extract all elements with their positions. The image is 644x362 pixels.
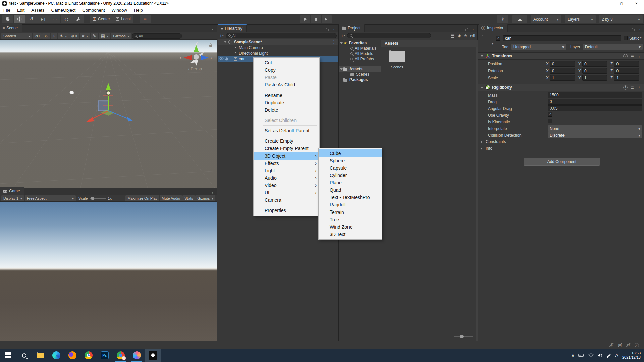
- pivot-toggle-button[interactable]: Center: [90, 15, 113, 23]
- context-menu-item[interactable]: Audio: [254, 174, 319, 182]
- use-gravity-checkbox[interactable]: [548, 112, 552, 117]
- search-by-type-icon[interactable]: ▤: [451, 33, 455, 38]
- custom-tool-icon[interactable]: [72, 15, 84, 23]
- scene-search-input[interactable]: All: [132, 33, 182, 39]
- move-tool-icon[interactable]: [14, 15, 25, 23]
- submenu-item[interactable]: Text - TextMeshPro: [319, 194, 382, 201]
- tab-scene[interactable]: ⌗ Scene: [0, 24, 22, 32]
- scene-menu-kebab-icon[interactable]: [210, 27, 215, 32]
- rect-tool-icon[interactable]: ▭: [49, 15, 60, 23]
- submenu-item[interactable]: Ragdoll...: [319, 201, 382, 208]
- axis-value-field[interactable]: 0: [614, 61, 639, 67]
- hidden-packages-icon[interactable]: ⌀9: [470, 33, 475, 38]
- auto-refresh-disabled-icon[interactable]: ↻: [625, 342, 631, 348]
- mass-field[interactable]: 1500: [548, 92, 642, 98]
- chrome-profile-icon[interactable]: [113, 349, 129, 362]
- progress-activity-icon[interactable]: ✳: [497, 15, 508, 23]
- name-field[interactable]: car: [503, 35, 621, 41]
- menu-item[interactable]: GameObject: [48, 7, 79, 14]
- asset-folder-item[interactable]: Scenes: [386, 51, 408, 69]
- rotate-tool-icon[interactable]: ↺: [25, 15, 37, 23]
- project-breadcrumb[interactable]: Assets: [381, 40, 478, 47]
- is-kinematic-checkbox[interactable]: [548, 119, 552, 123]
- project-tree-item[interactable]: Favorites: [339, 40, 381, 46]
- file-explorer-icon[interactable]: [32, 349, 48, 362]
- project-tree-item[interactable]: Assets: [339, 66, 381, 72]
- shading-dropdown[interactable]: Shaded: [1, 33, 32, 39]
- scene-lighting-icon[interactable]: ☼: [42, 33, 50, 39]
- menu-item[interactable]: Edit: [14, 7, 28, 14]
- transform-tool-icon[interactable]: ◎: [61, 15, 72, 23]
- stats-button[interactable]: Stats: [182, 195, 195, 201]
- game-gizmos-dropdown[interactable]: Gizmos: [195, 195, 215, 201]
- context-menu-item[interactable]: Select Children: [254, 117, 319, 124]
- submenu-item[interactable]: Plane: [319, 179, 382, 186]
- visibility-eye-icon[interactable]: [219, 57, 224, 60]
- lock-icon[interactable]: [465, 27, 468, 31]
- start-button[interactable]: [0, 349, 16, 362]
- foldout-arrow-icon[interactable]: [481, 87, 483, 88]
- hierarchy-menu-kebab-icon[interactable]: [332, 27, 336, 32]
- scene-grid-visibility-icon[interactable]: #: [80, 33, 90, 39]
- submenu-item[interactable]: Sphere: [319, 157, 382, 164]
- component-kebab-icon[interactable]: [637, 54, 641, 59]
- axis-value-field[interactable]: 0: [582, 61, 607, 67]
- drag-field[interactable]: 0: [548, 99, 642, 105]
- context-menu-item[interactable]: Camera: [254, 196, 319, 204]
- pause-button[interactable]: [311, 15, 321, 23]
- firefox-icon[interactable]: [64, 349, 80, 362]
- rigidbody-header[interactable]: Rigidbody: [478, 84, 644, 91]
- create-object-button[interactable]: +▾: [219, 34, 224, 38]
- constraints-label[interactable]: Constraints: [486, 139, 506, 144]
- step-button[interactable]: [322, 15, 332, 23]
- favorites-filter-icon[interactable]: ★: [464, 33, 468, 38]
- wifi-icon[interactable]: [588, 353, 594, 357]
- layers-dropdown[interactable]: Layers: [565, 15, 596, 23]
- foldout-arrow-icon[interactable]: [481, 55, 483, 57]
- tray-chevron-icon[interactable]: ∧: [571, 353, 574, 358]
- context-menu-item[interactable]: Create Empty: [254, 137, 319, 145]
- perspective-label[interactable]: Persp: [188, 66, 202, 71]
- foldout-arrow-icon[interactable]: [340, 42, 343, 44]
- submenu-item[interactable]: Terrain: [319, 208, 382, 216]
- grid-snap-icon[interactable]: ⌗: [140, 15, 151, 23]
- create-asset-button[interactable]: +▾: [341, 34, 345, 38]
- menu-item[interactable]: Component: [79, 7, 108, 14]
- pickability-hand-icon[interactable]: [225, 57, 228, 61]
- pen-icon[interactable]: [606, 353, 611, 358]
- foldout-arrow-icon[interactable]: [340, 68, 343, 70]
- maximize-button[interactable]: [614, 0, 629, 7]
- lock-icon[interactable]: [326, 27, 329, 31]
- thumbnail-size-slider[interactable]: [454, 335, 473, 339]
- account-dropdown[interactable]: Account: [531, 15, 561, 23]
- submenu-item[interactable]: Tree: [319, 216, 382, 223]
- photoshop-icon[interactable]: Ps: [97, 349, 113, 362]
- axis-value-field[interactable]: 0: [582, 68, 607, 74]
- submenu-item[interactable]: Cylinder: [319, 172, 382, 179]
- foldout-arrow-icon[interactable]: [224, 41, 227, 43]
- project-tree-item[interactable]: Packages: [339, 77, 381, 82]
- aspect-dropdown[interactable]: Free Aspect: [25, 195, 76, 201]
- speaker-icon[interactable]: [598, 353, 602, 357]
- context-menu-item[interactable]: Duplicate: [254, 99, 319, 106]
- maximize-on-play-button[interactable]: Maximize On Play: [125, 195, 159, 201]
- display-dropdown[interactable]: Display 1: [1, 195, 24, 201]
- context-menu-item[interactable]: Create Empty Parent: [254, 145, 319, 152]
- gameobject-icon[interactable]: ▾: [482, 35, 491, 44]
- context-menu-item[interactable]: Copy: [254, 66, 319, 74]
- help-icon[interactable]: [623, 85, 628, 90]
- scene-tools-icon[interactable]: ✎: [91, 33, 98, 39]
- hierarchy-search-input[interactable]: All: [226, 33, 337, 38]
- presets-icon[interactable]: [631, 54, 634, 58]
- submenu-item[interactable]: Quad: [319, 186, 382, 194]
- axis-value-field[interactable]: 0: [614, 68, 639, 74]
- tab-project[interactable]: Project: [339, 24, 365, 32]
- scene-gizmos-dropdown[interactable]: Gizmos: [111, 33, 131, 39]
- context-menu-item[interactable]: Effects: [254, 160, 319, 167]
- taskbar-search-icon[interactable]: [16, 349, 32, 362]
- context-menu-item[interactable]: Properties...: [254, 207, 319, 214]
- search-by-label-icon[interactable]: ◈: [458, 33, 461, 38]
- move-gizmo[interactable]: [80, 80, 141, 133]
- context-menu-item[interactable]: Paste: [254, 74, 319, 81]
- layer-dropdown[interactable]: Default: [583, 44, 643, 50]
